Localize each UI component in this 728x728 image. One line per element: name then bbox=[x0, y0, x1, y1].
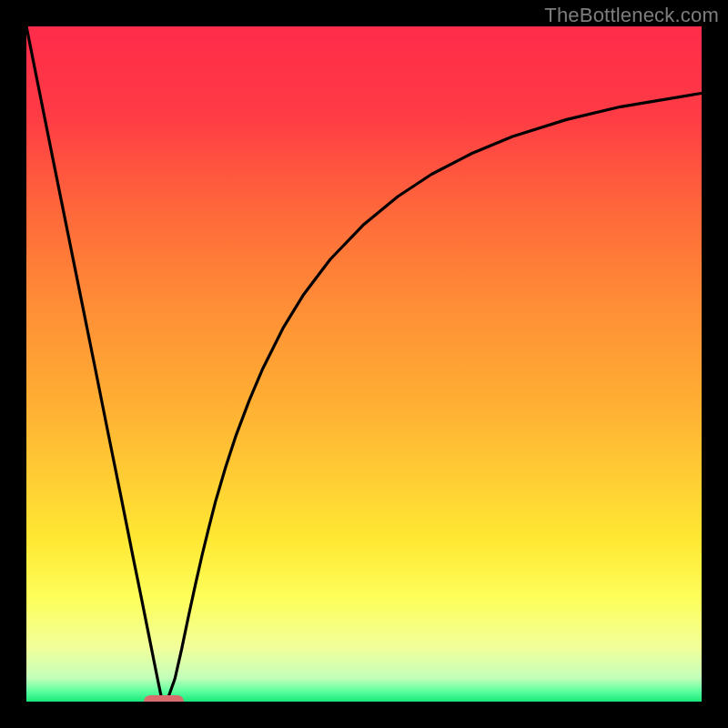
optimal-marker bbox=[144, 695, 184, 702]
watermark-text: TheBottleneck.com bbox=[544, 4, 719, 27]
chart-frame: TheBottleneck.com bbox=[0, 0, 728, 728]
curve-layer bbox=[26, 26, 702, 702]
bottleneck-curve bbox=[26, 26, 702, 702]
plot-area bbox=[26, 26, 702, 702]
